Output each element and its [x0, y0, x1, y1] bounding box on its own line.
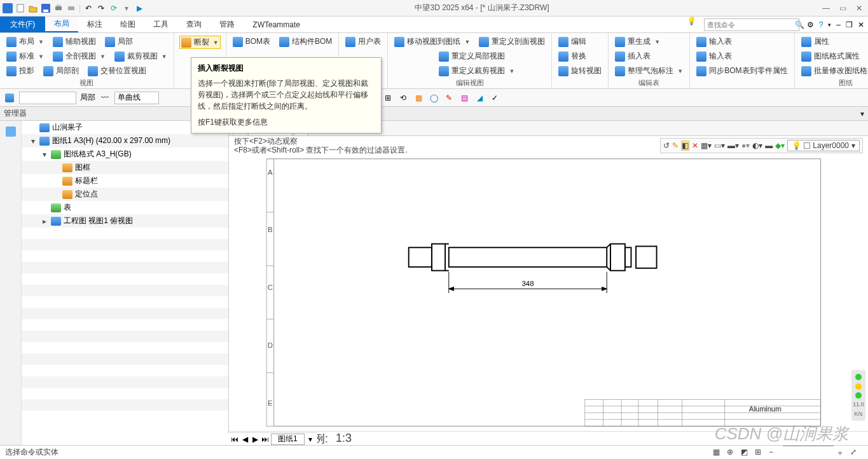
play-icon[interactable]: ▶ [134, 3, 144, 13]
tree-item[interactable]: 标题栏 [22, 174, 228, 188]
command-search-input[interactable] [707, 21, 795, 29]
window-min-icon[interactable]: – [836, 20, 841, 29]
close-icon[interactable]: ✕ [853, 3, 865, 13]
ribbon-全剖视图[interactable]: 全剖视图▼ [52, 50, 107, 62]
tab-zwteammate[interactable]: ZWTeammate [244, 17, 309, 32]
ribbon-替换[interactable]: 替换 [557, 50, 588, 62]
tb-icon-5[interactable]: ▦ [413, 92, 424, 104]
ribbon-旋转视图[interactable]: 旋转视图 [557, 65, 603, 77]
ft-icon-7[interactable]: ▬▾ [727, 141, 739, 150]
sheet-prev-icon[interactable]: ◀ [240, 435, 249, 444]
floating-toolbar[interactable]: ↺ ✎ ◧ ✕ ▦▾ ▭▾ ▬▾ ●▾ ◐▾ ▬ ◆▾ 💡 Layer0000 … [660, 138, 863, 153]
ribbon-裁剪视图[interactable]: 裁剪视图▼ [113, 50, 169, 62]
ribbon-用户表[interactable]: 用户表 [344, 36, 382, 48]
ft-icon-1[interactable]: ↺ [663, 141, 670, 150]
window-close-icon[interactable]: ✕ [858, 20, 864, 29]
tree-item[interactable]: ▾图纸1 A3(H) (420.00 x 297.00 mm) [22, 134, 228, 147]
tb-icon-6[interactable]: ◯ [428, 92, 439, 104]
ribbon-辅助视图[interactable]: 辅助视图 [52, 36, 97, 48]
ft-grid-icon[interactable]: ▦▾ [701, 141, 712, 150]
model-tree[interactable]: 山涧果子▾图纸1 A3(H) (420.00 x 297.00 mm)▾图纸格式… [22, 121, 228, 445]
maximize-icon[interactable]: ▭ [836, 3, 849, 13]
ribbon-重定义剖面视图[interactable]: 重定义剖面视图 [478, 36, 546, 48]
sheet-tab-1[interactable]: 图纸1 [271, 434, 305, 445]
filter-combo[interactable] [19, 92, 76, 104]
ribbon-输入表[interactable]: 输入表 [695, 50, 733, 62]
ribbon-重定义局部视图[interactable]: 重定义局部视图 [437, 50, 506, 62]
tree-item[interactable]: 定位点 [22, 188, 228, 201]
ribbon-投影[interactable]: 投影 [5, 65, 36, 77]
filter-icon[interactable] [4, 92, 15, 104]
chevron-down-icon[interactable]: ▾ [851, 141, 855, 150]
tab-query[interactable]: 查询 [177, 17, 210, 32]
save-icon[interactable] [41, 3, 51, 13]
tb-icon-3[interactable]: ⊞ [382, 92, 394, 104]
print-preview-icon[interactable] [66, 3, 76, 13]
command-search[interactable]: 🔍 [704, 18, 799, 31]
ribbon-整理气泡标注[interactable]: 整理气泡标注▼ [614, 65, 684, 77]
tab-draw[interactable]: 绘图 [111, 17, 144, 32]
app-icon[interactable] [3, 3, 13, 13]
ribbon-属性[interactable]: 属性 [800, 36, 830, 48]
tb-icon-10[interactable]: ✓ [489, 92, 500, 104]
ft-icon-11[interactable]: ◆▾ [775, 141, 785, 150]
ribbon-图纸格式属性[interactable]: 图纸格式属性 [800, 50, 861, 62]
sb-icon-6[interactable]: ＋ [836, 448, 848, 458]
sheet-first-icon[interactable]: ⏮ [230, 435, 239, 444]
tab-pipe[interactable]: 管路 [210, 17, 244, 32]
sb-icon-1[interactable]: ▦ [713, 448, 724, 458]
tb-icon-8[interactable]: ▤ [458, 92, 470, 104]
sb-zoom-slider[interactable] [783, 446, 834, 456]
sb-icon-4[interactable]: ⊞ [755, 448, 766, 458]
new-icon[interactable] [15, 3, 25, 13]
open-icon[interactable] [28, 3, 38, 13]
window-restore-icon[interactable]: ❐ [846, 20, 853, 29]
redo-icon[interactable]: ↷ [96, 3, 106, 13]
ribbon-批量修改图纸格式属性[interactable]: 批量修改图纸格式属性 [800, 65, 868, 77]
curve-icon[interactable]: 〰 [99, 92, 111, 104]
tab-layout[interactable]: 布局 [45, 17, 78, 32]
drawing-area[interactable]: ABCDE [229, 156, 868, 430]
ribbon-插入表[interactable]: 插入表 [614, 50, 652, 62]
sb-icon-5[interactable]: − [769, 448, 780, 458]
sheet-next-icon[interactable]: ▶ [251, 435, 259, 444]
ribbon-编辑[interactable]: 编辑 [557, 36, 588, 48]
tb-icon-9[interactable]: ◢ [474, 92, 485, 104]
sb-icon-3[interactable]: ◩ [741, 448, 752, 458]
ft-icon-8[interactable]: ●▾ [741, 141, 750, 150]
ribbon-标准[interactable]: 标准▼ [5, 50, 45, 62]
curve-combo[interactable]: 单曲线 [114, 92, 159, 104]
ft-icon-9[interactable]: ◐▾ [752, 141, 762, 150]
ribbon-局部剖[interactable]: 局部剖 [42, 65, 80, 77]
sheet-add-icon[interactable]: ▾ [306, 435, 315, 444]
ribbon-输入表[interactable]: 输入表 [695, 36, 733, 48]
layer-selector[interactable]: 💡 Layer0000 ▾ [787, 140, 860, 151]
refresh-icon[interactable]: ⟳ [109, 3, 119, 13]
minimize-icon[interactable]: — [820, 3, 832, 13]
ribbon-结构件BOM[interactable]: 结构件BOM [278, 36, 333, 48]
file-menu[interactable]: 文件(F) [0, 17, 45, 32]
ribbon-同步BOM表到零件属性[interactable]: 同步BOM表到零件属性 [695, 65, 789, 77]
help-bubble-icon[interactable]: 💡 [687, 17, 696, 32]
dropdown-icon[interactable]: ▾ [121, 3, 132, 13]
tree-item[interactable]: 图框 [22, 161, 228, 174]
ribbon-重生成[interactable]: 重生成▼ [614, 36, 661, 48]
ribbon-局部[interactable]: 局部 [104, 36, 134, 48]
settings-icon[interactable]: ⚙ [807, 20, 814, 29]
ft-icon-2[interactable]: ✎ [672, 141, 679, 150]
ribbon-重定义裁剪视图[interactable]: 重定义裁剪视图▼ [437, 65, 516, 77]
ribbon-BOM表[interactable]: BOM表 [231, 36, 272, 48]
tb-icon-7[interactable]: ✎ [443, 92, 455, 104]
ribbon-布局[interactable]: 布局▼ [5, 36, 45, 48]
tree-item[interactable]: ▾图纸格式 A3_H(GB) [22, 147, 228, 161]
undo-icon[interactable]: ↶ [83, 3, 93, 13]
vtab-model-icon[interactable] [4, 125, 18, 140]
ft-icon-3[interactable]: ◧ [681, 140, 689, 151]
tree-item[interactable]: 表 [22, 201, 228, 214]
ft-icon-10[interactable]: ▬ [765, 141, 773, 150]
ribbon-移动视图到图纸[interactable]: 移动视图到图纸▼ [393, 36, 471, 48]
tree-item[interactable]: ▸工程图 视图1 俯视图 [22, 214, 228, 228]
sheet-last-icon[interactable]: ⏭ [261, 435, 270, 444]
print-icon[interactable] [53, 3, 64, 13]
tb-icon-4[interactable]: ⟲ [397, 92, 409, 104]
